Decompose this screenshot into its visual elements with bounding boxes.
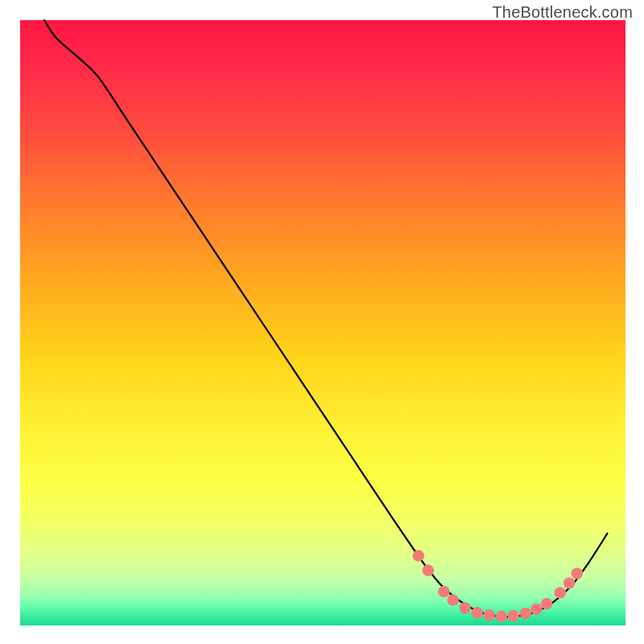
bottleneck-chart: TheBottleneck.com [0, 0, 644, 644]
gradient-background [20, 20, 625, 625]
data-dot [423, 564, 434, 576]
data-dot [413, 550, 424, 561]
data-dot [438, 586, 449, 597]
watermark-text: TheBottleneck.com [492, 3, 633, 22]
data-dot [520, 608, 531, 619]
data-dot [530, 603, 542, 614]
data-dot [460, 602, 471, 613]
data-dot [541, 598, 552, 609]
chart-svg [0, 0, 644, 644]
data-dot [555, 587, 566, 598]
data-dot [508, 610, 519, 621]
data-dot [484, 609, 495, 621]
data-dot [564, 577, 575, 588]
data-dot [447, 594, 458, 605]
data-dot [496, 611, 507, 622]
data-dot [472, 607, 483, 618]
data-dot [572, 568, 583, 579]
